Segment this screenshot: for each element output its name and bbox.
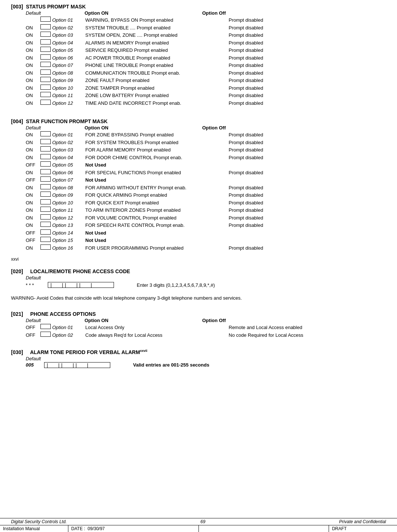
opt-checkbox (40, 32, 51, 37)
footer-company: Digital Security Controls Ltd. (11, 519, 67, 524)
opt-on-text: ZONE TAMPER Prompt enabled (85, 85, 229, 92)
opt-on-text: WARNING, BYPASS ON Prompt enabled (85, 17, 229, 24)
opt-name: Option 01 (52, 324, 85, 331)
opt-checkbox (40, 54, 51, 60)
footer-date-value: 09/30/97 (87, 526, 105, 531)
opt-state: OFF (26, 237, 40, 244)
opt-checkbox (40, 154, 51, 159)
opt-off-text: Prompt disabled (229, 207, 263, 214)
footer-confidential: Private and Confidential (339, 519, 386, 524)
footer-doc-label: Installation Manual (0, 525, 68, 532)
opt-on-text: SYSTEM OPEN, ZONE .... Prompt enabled (85, 32, 229, 39)
option-row: Option 01 WARNING, BYPASS ON Prompt enab… (26, 17, 386, 24)
footer-draft: DRAFT (329, 525, 397, 532)
enter-text: Enter 3 digits (0,1,2,3,4,5,6,7,8,9,*,#) (137, 282, 215, 288)
opt-state: OFF (26, 229, 40, 237)
opt-checkbox (40, 222, 51, 227)
opt-name: Option 06 (52, 54, 85, 62)
option-row: OFF Option 07 Not Used (26, 176, 386, 184)
opt-state: OFF (26, 324, 40, 331)
opt-on-text: Local Access Only (85, 324, 229, 331)
opt-state: ON (26, 77, 40, 84)
section-name: LOCAL/REMOTE PHONE ACCESS CODE (30, 268, 130, 274)
section-id: [004] (11, 118, 23, 124)
option-row: ON Option 11 TO ARM INTERIOR ZONES Promp… (26, 207, 386, 214)
opt-on-text: AC POWER TROUBLE Prompt enabled (85, 54, 229, 62)
opt-state: ON (26, 184, 40, 192)
opt-name: Option 12 (52, 214, 85, 222)
alarm-box[interactable]: |___||___||___| (44, 362, 110, 368)
opt-checkbox (40, 324, 51, 329)
section-030-title: [030] ALARM TONE PERIOD FOR VERBAL ALARM… (11, 349, 386, 355)
opt-name: Option 08 (52, 69, 85, 77)
opt-off-text: Prompt disabled (229, 39, 263, 47)
opt-name: Option 03 (52, 32, 85, 39)
opt-name: Option 02 (52, 24, 85, 32)
opt-on-text: FOR ZONE BYPASSING Prompt enabled (85, 131, 229, 139)
footer: Digital Security Controls Ltd. 69 Privat… (0, 518, 397, 532)
option-row: ON Option 03 SYSTEM OPEN, ZONE .... Prom… (26, 32, 386, 39)
option-row: OFF Option 15 Not Used (26, 237, 386, 244)
option-row: ON Option 03 FOR ALARM MEMORY Prompt ena… (26, 146, 386, 154)
section-003-title: [003] STATUS PROMPT MASK (11, 4, 386, 10)
opt-checkbox (40, 207, 51, 212)
option-row: ON Option 12 TIME AND DATE INCORRECT Pro… (26, 100, 386, 107)
opt-off-text: Prompt disabled (229, 244, 263, 252)
opt-off-text: Prompt disabled (229, 47, 263, 54)
default-row: Default (26, 275, 386, 281)
phone-code-box[interactable]: |___||___||___| (48, 282, 114, 288)
option-row: OFF Option 14 Not Used (26, 229, 386, 237)
opt-state: ON (26, 244, 40, 252)
option-row: OFF Option 05 Not Used (26, 161, 386, 169)
section-name: STATUS PROMPT MASK (26, 4, 86, 10)
footer-bottom: Installation Manual DATE : 09/30/97 DRAF… (0, 525, 397, 532)
col-default-label: Default (26, 318, 85, 323)
opt-checkbox (40, 100, 51, 105)
opt-checkbox (40, 139, 51, 144)
opt-name: Option 13 (52, 222, 85, 229)
opt-off-text: Prompt disabled (229, 62, 263, 69)
opt-off-text: Remote and Local Access enabled (229, 324, 302, 331)
opt-off-text: Prompt disabled (229, 131, 263, 139)
opt-on-text: PHONE LINE TROUBLE Prompt enabled (85, 62, 229, 69)
opt-state: ON (26, 146, 40, 154)
opt-name: Option 02 (52, 332, 85, 339)
opt-state: ON (26, 39, 40, 47)
opt-name: Option 12 (52, 100, 85, 107)
section-021: [021] PHONE ACCESS OPTIONS Default Optio… (11, 311, 386, 339)
opt-on-text: FOR SPECIAL FUNCTIONS Prompt enabled (85, 169, 229, 176)
default-label: Default (26, 356, 386, 361)
col-default-label: Default (26, 125, 85, 131)
opt-name: Option 01 (52, 17, 85, 24)
opt-on-text: FOR QUICK EXIT Prompt enabled (85, 199, 229, 207)
option-row: ON Option 08 FOR ARMING WITHOUT ENTRY Pr… (26, 184, 386, 192)
opt-checkbox (40, 131, 51, 136)
opt-state: ON (26, 24, 40, 32)
opt-name: Option 14 (52, 229, 85, 237)
section-id: [021] (11, 311, 23, 317)
default-label: Default (26, 275, 41, 281)
opt-checkbox (40, 24, 51, 29)
section-030: [030] ALARM TONE PERIOD FOR VERBAL ALARM… (11, 349, 386, 368)
opt-off-text: Prompt disabled (229, 100, 263, 107)
opt-state: ON (26, 85, 40, 92)
opt-on-text: SERVICE REQUIRED Prompt enabled (85, 47, 229, 54)
section-004-title: [004] STAR FUNCTION PROMPT MASK (11, 118, 386, 124)
opt-checkbox (40, 184, 51, 189)
opt-checkbox (40, 229, 51, 235)
col-option-off-label: Option Off (202, 318, 226, 323)
opt-state: ON (26, 54, 40, 62)
default-entry-row: * * * |___||___||___| Enter 3 digits (0,… (26, 282, 386, 288)
option-row: ON Option 09 FOR QUICK ARMING Prompt ena… (26, 192, 386, 199)
col-option-off-label: Option Off (202, 10, 226, 16)
section-name: PHONE ACCESS OPTIONS (30, 311, 96, 317)
section-id: [030] (11, 349, 23, 355)
opt-checkbox (40, 62, 51, 67)
opt-not-used: Not Used (85, 229, 229, 237)
opt-name: Option 04 (52, 39, 85, 47)
opt-off-text: Prompt disabled (229, 146, 263, 154)
opt-off-text: Prompt disabled (229, 77, 263, 84)
opt-name: Option 10 (52, 199, 85, 207)
opt-name: Option 02 (52, 139, 85, 146)
opt-state: ON (26, 32, 40, 39)
